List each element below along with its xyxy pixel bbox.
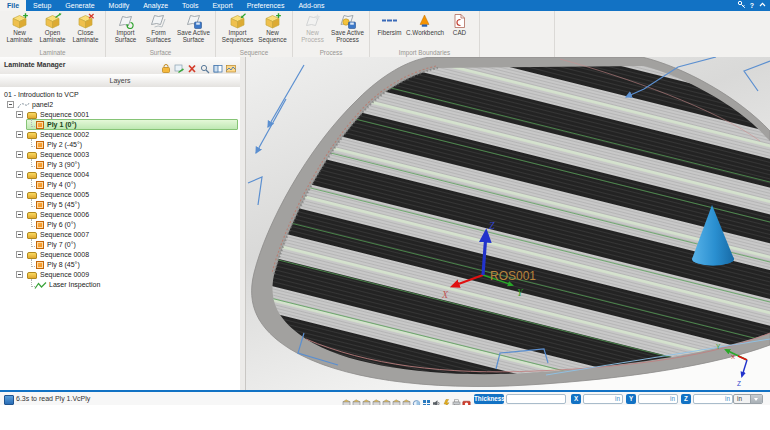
menu-tab-generate[interactable]: Generate [58, 0, 101, 11]
view-toolbar [342, 394, 471, 403]
flash-icon[interactable] [442, 394, 451, 403]
z-coordinate-label: Z [681, 394, 691, 404]
expander-icon[interactable] [16, 151, 23, 158]
tree-row-ply[interactable]: Ply 2 (-45°) [0, 140, 240, 150]
menu-tab-file[interactable]: File [0, 0, 26, 11]
bottom-view-icon[interactable] [402, 394, 411, 403]
new-laminate-label: New Laminate [3, 30, 36, 44]
ribbon-group-label: Sequence [216, 49, 292, 56]
search-icon[interactable] [200, 60, 210, 71]
sequence-icon [27, 252, 37, 259]
perspective-icon[interactable] [412, 394, 421, 403]
delete-icon[interactable] [187, 60, 197, 71]
sequence-icon [27, 232, 37, 239]
ply-icon [36, 121, 44, 129]
rosette-name-label: ROS001 [490, 269, 536, 283]
thickness-field[interactable] [506, 394, 566, 404]
vcp-application-window: File Setup Generate Modify Analyze Tools… [0, 0, 770, 430]
tree-row-ply-selected[interactable]: Ply 1 (0°) [0, 120, 240, 130]
new-sequence-icon [263, 13, 282, 29]
menu-tab-analyze[interactable]: Analyze [136, 0, 175, 11]
sequence-icon [27, 192, 37, 199]
tree-row-ply[interactable]: Ply 8 (45°) [0, 260, 240, 270]
snapshot-icon[interactable] [462, 394, 471, 403]
front-view-icon[interactable] [352, 394, 361, 403]
import-sequences-icon [228, 13, 247, 29]
license-key-icon[interactable] [737, 0, 746, 11]
menu-tab-modify[interactable]: Modify [102, 0, 137, 11]
refresh-icon[interactable] [174, 60, 184, 71]
triad-y-label: Y [716, 343, 721, 350]
x-coordinate-label: X [571, 394, 581, 404]
thickness-button[interactable]: Thickness [474, 394, 504, 404]
new-process-button[interactable]: New Process [296, 12, 329, 44]
menu-tab-export[interactable]: Export [205, 0, 239, 11]
cad-icon [450, 13, 469, 29]
fit-view-icon[interactable] [422, 394, 431, 403]
expander-icon[interactable] [7, 101, 14, 108]
new-sequence-button[interactable]: New Sequence [256, 12, 289, 44]
import-sequences-button[interactable]: Import Sequences [219, 12, 256, 44]
tree-row-surface[interactable]: panel2 [0, 100, 240, 110]
layers-column-header[interactable]: Layers [0, 74, 240, 88]
cworkbench-icon [415, 13, 434, 29]
left-view-icon[interactable] [372, 394, 381, 403]
save-active-process-button[interactable]: Save Active Process [329, 12, 366, 44]
fibersim-button[interactable]: Fibersim [373, 12, 406, 37]
menu-tab-setup[interactable]: Setup [26, 0, 58, 11]
expander-icon[interactable] [16, 231, 23, 238]
ribbon-group-laminate: New Laminate Open Laminate Close Laminat… [0, 11, 106, 57]
surface-icon [17, 101, 30, 110]
tree-row-root[interactable]: 01 - Introduction to VCP [0, 90, 240, 100]
close-laminate-button[interactable]: Close Laminate [69, 12, 102, 44]
lock-icon[interactable] [161, 60, 171, 71]
fibersim-label: Fibersim [373, 30, 406, 37]
y-unit-label: in [670, 395, 675, 403]
x-coordinate-field[interactable]: in [583, 394, 623, 404]
sequence-icon [27, 132, 37, 139]
columns-icon[interactable] [213, 60, 223, 71]
cad-button[interactable]: CAD [443, 12, 476, 37]
back-view-icon[interactable] [362, 394, 371, 403]
new-laminate-button[interactable]: New Laminate [3, 12, 36, 44]
new-process-icon [303, 13, 322, 29]
tree-row-ply[interactable]: Ply 4 (0°) [0, 180, 240, 190]
expander-icon[interactable] [16, 271, 23, 278]
expander-icon[interactable] [16, 131, 23, 138]
expander-icon[interactable] [16, 191, 23, 198]
help-icon[interactable]: ? [750, 1, 754, 10]
menu-tab-preferences[interactable]: Preferences [240, 0, 292, 11]
expander-icon[interactable] [16, 251, 23, 258]
dropdown-arrow-icon [750, 395, 762, 404]
open-laminate-button[interactable]: Open Laminate [36, 12, 69, 44]
tree-row-ply[interactable]: Ply 6 (0°) [0, 220, 240, 230]
y-coordinate-field[interactable]: in [638, 394, 678, 404]
tree-row-ply[interactable]: Ply 5 (45°) [0, 200, 240, 210]
expander-icon[interactable] [16, 111, 23, 118]
tree-row-laser[interactable]: Laser Inspection [0, 280, 240, 290]
ply-icon [36, 161, 44, 169]
preview-icon[interactable] [226, 60, 236, 71]
tree-row-ply[interactable]: Ply 3 (90°) [0, 160, 240, 170]
cworkbench-button[interactable]: C.Workbench [406, 12, 443, 37]
form-surfaces-button[interactable]: Form Surfaces [142, 12, 175, 44]
sound-icon[interactable] [432, 394, 441, 403]
import-surface-icon [116, 13, 135, 29]
menu-tab-addons[interactable]: Add-ons [291, 0, 331, 11]
top-view-icon[interactable] [392, 394, 401, 403]
form-surfaces-icon [149, 13, 168, 29]
print-icon[interactable] [452, 394, 461, 403]
menu-tab-tools[interactable]: Tools [175, 0, 205, 11]
z-coordinate-field[interactable]: in [693, 394, 733, 404]
tree-row-ply[interactable]: Ply 7 (0°) [0, 240, 240, 250]
collapse-ribbon-icon[interactable] [758, 0, 767, 11]
ribbon-group-surface: Import Surface Form Surfaces Save Active… [106, 11, 216, 57]
expander-icon[interactable] [16, 171, 23, 178]
viewport-3d[interactable]: X Y Z ROS001 Y X Z [246, 57, 770, 390]
import-surface-button[interactable]: Import Surface [109, 12, 142, 44]
right-view-icon[interactable] [382, 394, 391, 403]
expander-icon[interactable] [16, 211, 23, 218]
save-active-surface-button[interactable]: Save Active Surface [175, 12, 212, 44]
iso-view-icon[interactable] [342, 394, 351, 403]
unit-selector[interactable]: in [733, 394, 763, 404]
